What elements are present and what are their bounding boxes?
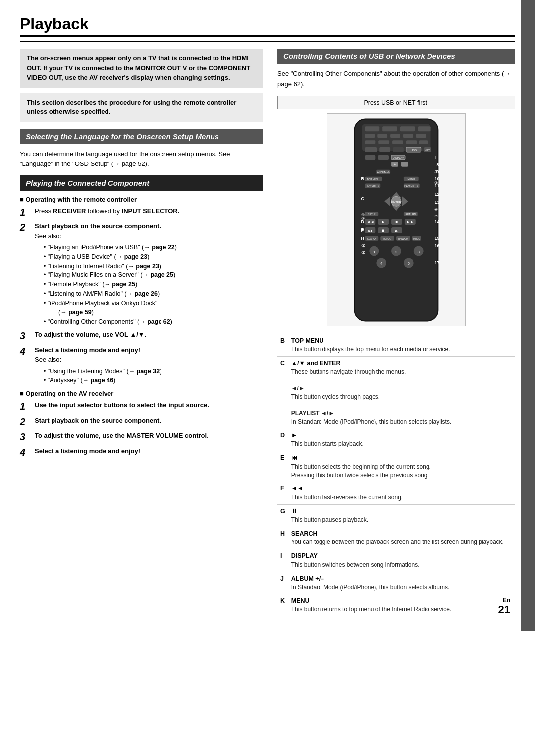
btn-name: ⏮ <box>291 454 512 463</box>
page-number: 21 <box>498 603 510 616</box>
svg-text:①: ① <box>361 243 365 248</box>
btn-letter: B <box>277 334 288 356</box>
btn-letter: I <box>277 549 288 572</box>
svg-text:⏮: ⏮ <box>368 228 372 233</box>
svg-text:12: 12 <box>434 192 439 197</box>
svg-text:SEARCH: SEARCH <box>367 237 376 240</box>
sub-av-label: Operating on the AV receiver <box>20 390 263 397</box>
svg-text:②: ② <box>361 250 365 255</box>
svg-text:MODE: MODE <box>413 237 420 240</box>
btn-letter: C <box>277 356 288 429</box>
left-column: The on-screen menus appear only on a TV … <box>20 49 263 616</box>
button-row: D ► This button starts playback. <box>277 429 515 451</box>
btn-desc: This button switches between song inform… <box>291 561 512 569</box>
btn-detail: MENU This button returns to top menu of … <box>288 594 515 616</box>
svg-rect-2 <box>365 126 379 131</box>
svg-rect-9 <box>403 134 413 138</box>
svg-text:13: 13 <box>434 200 439 205</box>
section-usb-intro: See "Controlling Other Components" about… <box>277 69 515 90</box>
svg-rect-7 <box>377 134 387 138</box>
btn-desc: You can toggle between the playback scre… <box>291 538 512 546</box>
bullet-item: "iPod/iPhone Playback via Onkyo Dock"(→ … <box>40 299 263 318</box>
btn-desc: This button displays the top menu for ea… <box>291 345 512 354</box>
svg-text:USB: USB <box>411 149 417 152</box>
btn-detail: ⏮ This button selects the beginning of t… <box>288 451 515 482</box>
sub-remote-label: Operating with the remote controller <box>20 196 263 203</box>
svg-text:RANDOM: RANDOM <box>398 237 408 240</box>
svg-text:PLAYLIST ◄: PLAYLIST ◄ <box>366 185 380 187</box>
bullet-item: "Using the Listening Modes" (→ page 32) <box>40 367 263 376</box>
notice-box-1: The on-screen menus appear only on a TV … <box>20 49 263 88</box>
notice-box-2: This section describes the procedure for… <box>20 93 263 122</box>
av-step-3: 3 To adjust the volume, use the MASTER V… <box>20 431 263 443</box>
svg-text:-: - <box>404 162 405 166</box>
btn-desc: This button returns to top menu of the I… <box>291 605 512 614</box>
btn-name: DISPLAY <box>291 552 512 561</box>
remote-step-2: 2 Start playback on the source component… <box>20 221 263 326</box>
svg-text:C: C <box>361 196 365 201</box>
svg-rect-6 <box>365 134 374 138</box>
svg-text:ALBUM+/-: ALBUM+/- <box>377 170 390 173</box>
button-row: G ⏸ This button pauses playback. <box>277 504 515 527</box>
btn-desc: This button fast-reverses the current so… <box>291 493 512 502</box>
svg-text:⑦: ⑦ <box>434 214 438 218</box>
right-column: Controlling Contents of USB or Network D… <box>277 49 515 616</box>
svg-text:REPEAT: REPEAT <box>383 237 392 240</box>
svg-rect-11 <box>365 140 375 144</box>
btn-name: ⏸ <box>291 507 512 516</box>
svg-text:⑥: ⑥ <box>434 207 438 212</box>
btn-letter: J <box>277 572 288 594</box>
svg-text:◄◄: ◄◄ <box>367 220 374 224</box>
svg-text:1: 1 <box>373 249 375 254</box>
bullet-item: "Listening to Internet Radio" (→ page 23… <box>40 262 263 271</box>
av-step-2: 2 Start playback on the source component… <box>20 416 263 428</box>
button-row: E ⏮ This button selects the beginning of… <box>277 451 515 482</box>
svg-text:8: 8 <box>436 162 439 167</box>
svg-text:+: + <box>394 162 396 166</box>
section-language-body: You can determine the language used for … <box>20 149 263 170</box>
btn-desc: This button pauses playback. <box>291 516 512 524</box>
svg-text:PLAYLIST ►: PLAYLIST ► <box>404 185 419 187</box>
button-row: B TOP MENU This button displays the top … <box>277 334 515 356</box>
dark-sidebar <box>521 0 535 631</box>
btn-detail: ◄◄ This button fast-reverses the current… <box>288 482 515 504</box>
remote-illustration-container: USB NET DISPLAY I + - <box>277 113 515 328</box>
step2-bullets: "Playing an iPod/iPhone via USB" (→ page… <box>35 243 263 326</box>
btn-detail: ▲/▼ and ENTER These buttons navigate thr… <box>288 356 515 429</box>
svg-text:3: 3 <box>417 249 420 254</box>
svg-rect-24 <box>378 155 389 160</box>
svg-text:5: 5 <box>408 261 410 266</box>
svg-text:RETURN: RETURN <box>405 213 416 216</box>
btn-name: ALBUM +/– <box>291 575 512 584</box>
svg-text:NET: NET <box>425 149 430 152</box>
svg-text:MENU: MENU <box>407 178 415 180</box>
btn-letter: D <box>277 429 288 451</box>
btn-desc: In Standard Mode (iPod/iPhone), this but… <box>291 583 512 592</box>
btn-name: ► <box>291 432 512 440</box>
svg-text:16: 16 <box>434 243 439 248</box>
btn-letter: K <box>277 594 288 616</box>
svg-text:►: ► <box>381 220 385 224</box>
svg-text:③: ③ <box>434 180 438 185</box>
button-row: J ALBUM +/– In Standard Mode (iPod/iPhon… <box>277 572 515 594</box>
button-row: F ◄◄ This button fast-reverses the curre… <box>277 482 515 504</box>
svg-text:►►: ►► <box>406 220 414 224</box>
svg-text:■: ■ <box>396 220 398 224</box>
svg-text:DISPLAY: DISPLAY <box>393 156 404 159</box>
bullet-item: "Remote Playback" (→ page 25) <box>40 280 263 289</box>
av-step-1: 1 Use the input selector buttons to sele… <box>20 400 263 412</box>
svg-rect-12 <box>378 140 389 144</box>
svg-text:2: 2 <box>395 249 398 254</box>
svg-text:⑤: ⑤ <box>361 216 365 221</box>
svg-text:I: I <box>434 154 435 159</box>
btn-detail: ALBUM +/– In Standard Mode (iPod/iPhone)… <box>288 572 515 594</box>
remote-svg: USB NET DISPLAY I + - <box>327 113 466 326</box>
svg-rect-18 <box>393 147 404 152</box>
bullet-item: "Listening to AM/FM Radio" (→ page 26) <box>40 289 263 299</box>
bullet-item: "Controlling Other Components" (→ page 6… <box>40 317 263 326</box>
svg-rect-17 <box>379 147 390 152</box>
svg-text:J: J <box>434 169 437 174</box>
svg-text:17: 17 <box>434 260 439 265</box>
svg-rect-16 <box>365 147 377 152</box>
en-label: En <box>503 597 510 604</box>
